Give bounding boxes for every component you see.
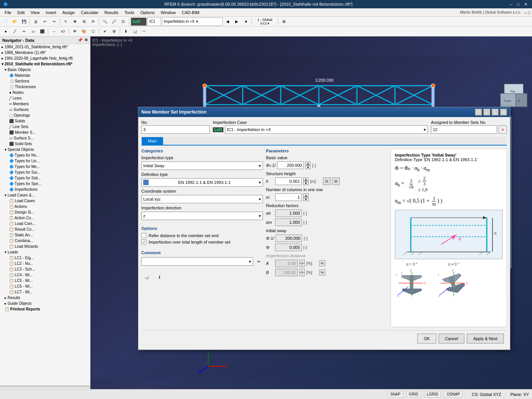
menu-edit[interactable]: Edit <box>14 10 28 16</box>
nav-loads-folder[interactable]: ▾ Loads <box>0 249 90 255</box>
tb2-node[interactable]: ● <box>2 27 10 36</box>
tb-copy[interactable]: ⧉ <box>80 17 88 26</box>
nav-file-2010[interactable]: ▾ 2010_Stahlhalle mit Betonstützen.rf6* <box>0 61 90 67</box>
nav-lc3[interactable]: 📋 LC3 - Sch... <box>0 266 90 272</box>
tb2-annotate[interactable]: 🏷 <box>59 27 67 36</box>
menu-results[interactable]: Results <box>101 10 122 16</box>
tb2-calc[interactable]: ⚙ <box>110 27 118 36</box>
ic-select[interactable]: IC1 - Imperfektion in +X ▾ <box>225 125 428 134</box>
tb-zoom-in[interactable]: 🔍 <box>101 17 109 26</box>
coordinate-system-select[interactable]: Local xyz ▾ <box>141 195 263 203</box>
nav-types-special[interactable]: 🔷 Types for Spe... <box>0 181 90 187</box>
tb-open[interactable]: 📂 <box>11 17 19 26</box>
h-spinners[interactable]: ▲ ▼ <box>303 177 309 185</box>
tb2-member[interactable]: ═ <box>20 27 28 36</box>
phi0-spin-down[interactable]: ▼ <box>305 165 310 169</box>
nav-sections[interactable]: ⬜ Sections <box>0 78 90 84</box>
nav-special-objects[interactable]: ▾ Special Objects <box>0 147 90 152</box>
nav-surfacesets[interactable]: ▭ Surface S... <box>0 135 90 141</box>
nav-lines[interactable]: ╱ Lines <box>0 95 90 101</box>
nav-members[interactable]: ═ Members <box>0 101 90 107</box>
nav-load-com[interactable]: 📋 Load Com... <box>0 221 90 226</box>
tb-table-btn[interactable]: ⊞ <box>280 17 288 26</box>
m-input[interactable] <box>275 193 302 201</box>
tb2-check[interactable]: ✔ <box>101 27 109 36</box>
nav-solidsets[interactable]: ⬛ Solid Sets <box>0 141 90 147</box>
tb-rotate[interactable]: ⟳ <box>89 17 97 26</box>
phi0-input[interactable] <box>277 162 304 169</box>
dialog-controls[interactable]: ? – □ ✕ <box>475 109 507 116</box>
menu-cadbim[interactable]: CAD-BIM <box>179 10 202 16</box>
nav-lc5[interactable]: 📋 LC5 - Wi... <box>0 278 90 283</box>
menu-view[interactable]: View <box>28 10 43 16</box>
nav-lc1[interactable]: 📋 LC1 - Eig... <box>0 255 90 261</box>
navigator-controls[interactable]: 📌 ✕ <box>78 38 88 43</box>
tb2-display[interactable]: 👁 <box>71 27 79 36</box>
tb-star-btn[interactable]: ★ <box>242 17 250 26</box>
nav-surfaces[interactable]: ▭ Surfaces <box>0 107 90 112</box>
maximize-btn[interactable]: □ <box>515 2 521 7</box>
menu-options[interactable]: Options <box>137 10 158 16</box>
nav-types-solids[interactable]: 🔷 Types for Soli... <box>0 175 90 181</box>
nav-static-an[interactable]: 📋 Static An... <box>0 232 90 238</box>
menu-insert[interactable]: Insert <box>43 10 59 16</box>
maximize-app-btn[interactable]: □ <box>528 10 530 15</box>
phi0-spin-up[interactable]: ▲ <box>305 162 310 165</box>
assigned-clear-btn[interactable]: ✕ <box>499 125 507 134</box>
nav-lc6[interactable]: 📋 LC6 - Wi... <box>0 283 90 289</box>
tb-zoom-out[interactable]: 🔎 <box>110 17 118 26</box>
nav-lc4[interactable]: 📋 LC4 - Wi... <box>0 272 90 278</box>
imperfection-direction-select[interactable]: z ▾ <box>141 212 263 220</box>
nav-load-wiz[interactable]: 📋 Load Wizards <box>0 244 90 249</box>
tab-main[interactable]: Main <box>141 137 163 145</box>
tb-xyz-btn[interactable]: 1 - Global XYZ ▾ <box>253 17 276 26</box>
nav-openings[interactable]: ⬚ Openings <box>0 112 90 118</box>
m-spin-down[interactable]: ▼ <box>303 197 309 201</box>
minimize-app-btn[interactable]: – <box>524 10 526 15</box>
status-snap[interactable]: SNAP <box>388 391 403 397</box>
cb2-checkbox[interactable] <box>141 239 146 244</box>
h-calc-btn2[interactable]: ⊟ <box>332 177 340 185</box>
phi0-spinners[interactable]: ▲ ▼ <box>305 162 310 169</box>
h-spin-up[interactable]: ▲ <box>303 177 309 181</box>
nav-load-cases[interactable]: ▾ Load Cases &... <box>0 192 90 198</box>
tb-next-btn[interactable]: ▶ <box>233 17 241 26</box>
tb2-render[interactable]: 🎨 <box>80 27 88 36</box>
tb2-loads[interactable]: ⬇ <box>122 27 130 36</box>
h-spin-down[interactable]: ▼ <box>303 181 309 185</box>
status-grid[interactable]: GRID <box>406 391 421 397</box>
comment-select[interactable]: ▾ <box>141 257 253 266</box>
window-controls[interactable]: – □ ✕ <box>508 2 529 7</box>
tb2-dim[interactable]: ↔ <box>50 27 58 36</box>
tb-prev-btn[interactable]: ◀ <box>223 17 232 26</box>
apply-next-button[interactable]: Apply & Next <box>467 334 504 344</box>
tb-mode-dropdown[interactable]: LoO <box>131 17 147 26</box>
nav-thicknesses[interactable]: ⬜ Thicknesses <box>0 84 90 90</box>
nav-types-members[interactable]: 🔷 Types for Me... <box>0 164 90 169</box>
tb-print[interactable]: 🖨 <box>32 17 40 26</box>
tb-imperf-dropdown[interactable]: Imperfektion in +X ▾ <box>162 17 223 26</box>
cancel-button[interactable]: Cancel <box>439 334 464 344</box>
nav-solids[interactable]: ⬛ Solids <box>0 118 90 124</box>
nav-nodes[interactable]: ● Nodes <box>0 90 90 95</box>
tb2-solid[interactable]: ⬛ <box>38 27 46 36</box>
m-spin-up[interactable]: ▲ <box>303 193 309 197</box>
h-calc-btn1[interactable]: ⊡ <box>323 177 331 185</box>
comment-edit-btn[interactable]: ✏ <box>255 257 263 266</box>
menu-window[interactable]: Window <box>158 10 179 16</box>
dialog-close-btn[interactable]: ✕ <box>500 109 507 116</box>
nav-materials[interactable]: 🔷 Materials <box>0 73 90 78</box>
ok-button[interactable]: OK <box>417 334 436 344</box>
nav-result-co[interactable]: 📋 Result Co... <box>0 226 90 232</box>
nav-file-1988[interactable]: ▸ 1988_Membrane (1).rf6* <box>0 50 90 55</box>
nav-linesets[interactable]: ╱ Line Sets <box>0 124 90 130</box>
tb-ic-dropdown[interactable]: IC1 <box>147 17 161 26</box>
nav-imperfections[interactable]: 🔷 Imperfections <box>0 187 90 192</box>
no-input[interactable] <box>141 125 210 134</box>
dialog-maximize-btn[interactable]: □ <box>492 109 499 116</box>
menu-tools[interactable]: Tools <box>121 10 137 16</box>
tb2-wire[interactable]: ⬡ <box>89 27 97 36</box>
status-osnap[interactable]: OSNAP <box>444 391 462 397</box>
nav-basic-objects[interactable]: ▾ Basic Objects <box>0 67 90 73</box>
h-input[interactable] <box>275 177 302 185</box>
